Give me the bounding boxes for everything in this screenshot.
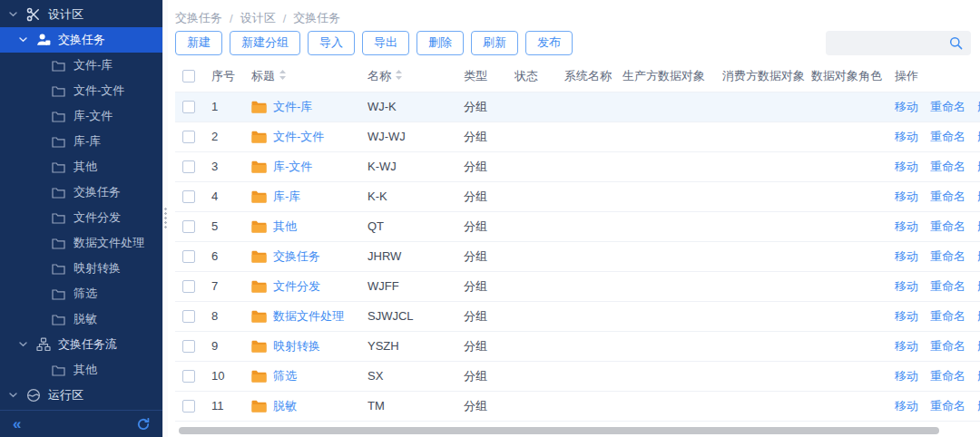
row-title-link[interactable]: 库-文件 <box>273 159 312 175</box>
row-title-link[interactable]: 数据文件处理 <box>273 308 344 325</box>
move-link[interactable]: 移动 <box>895 130 918 143</box>
rename-link[interactable]: 重命名 <box>930 369 965 383</box>
sidebar-splitter[interactable] <box>162 0 168 437</box>
rename-link[interactable]: 重命名 <box>930 279 965 293</box>
row-operations: 移动重命名删除 <box>895 271 980 301</box>
row-title-link[interactable]: 库-库 <box>273 189 300 205</box>
sidebar-item-筛选[interactable]: 筛选 <box>0 281 162 306</box>
sidebar-item-库-文件[interactable]: 库-文件 <box>0 103 162 129</box>
rename-link[interactable]: 重命名 <box>930 189 965 203</box>
row-system-name <box>564 181 622 211</box>
row-title-link[interactable]: 文件-文件 <box>273 129 324 145</box>
sidebar-item-文件-库[interactable]: 文件-库 <box>0 53 162 78</box>
breadcrumb-item[interactable]: 交换任务 <box>293 10 340 26</box>
refresh-icon[interactable] <box>137 418 150 431</box>
row-type: 分组 <box>464 241 514 271</box>
sidebar-item-其他[interactable]: 其他 <box>0 154 162 180</box>
row-title-link[interactable]: 筛选 <box>273 368 297 384</box>
breadcrumb-item[interactable]: 设计区 <box>240 10 276 26</box>
chevron-down-icon[interactable] <box>19 37 31 43</box>
row-checkbox[interactable] <box>182 400 195 413</box>
row-title-link[interactable]: 文件分发 <box>273 278 320 295</box>
breadcrumb-item[interactable]: 交换任务 <box>175 10 222 26</box>
row-title-link[interactable]: 脱敏 <box>273 398 297 414</box>
row-title-link[interactable]: 其他 <box>273 218 297 235</box>
row-title-link[interactable]: 交换任务 <box>273 248 320 265</box>
row-checkbox[interactable] <box>182 220 195 233</box>
new-button[interactable]: 新建 <box>175 31 222 55</box>
sidebar: 设计区交换任务文件-库文件-文件库-文件库-库其他交换任务文件分发数据文件处理映… <box>0 0 162 437</box>
export-button[interactable]: 导出 <box>362 31 409 55</box>
new-group-button[interactable]: 新建分组 <box>230 31 300 55</box>
row-checkbox[interactable] <box>182 160 195 173</box>
row-checkbox[interactable] <box>182 101 195 113</box>
import-button[interactable]: 导入 <box>308 31 355 55</box>
splitter-drag-handle-icon[interactable] <box>164 207 167 230</box>
chevron-down-icon[interactable] <box>19 342 31 347</box>
sidebar-item-交换任务[interactable]: 交换任务 <box>0 180 162 205</box>
move-link[interactable]: 移动 <box>895 100 918 113</box>
publish-button[interactable]: 发布 <box>525 31 573 55</box>
move-link[interactable]: 移动 <box>895 399 918 413</box>
refresh-list-button[interactable]: 刷新 <box>471 31 518 55</box>
search-icon[interactable] <box>949 36 963 50</box>
row-status <box>514 181 564 211</box>
row-checkbox[interactable] <box>182 250 195 263</box>
table-row: 4库-库K-K分组移动重命名删除 <box>175 181 980 211</box>
rename-link[interactable]: 重命名 <box>930 339 965 353</box>
rename-link[interactable]: 重命名 <box>930 219 965 233</box>
search-input[interactable] <box>834 36 949 50</box>
row-title-link[interactable]: 映射转换 <box>273 338 320 354</box>
rename-link[interactable]: 重命名 <box>930 399 965 413</box>
move-link[interactable]: 移动 <box>895 189 918 203</box>
move-link[interactable]: 移动 <box>895 279 918 293</box>
sidebar-item-文件-文件[interactable]: 文件-文件 <box>0 78 162 103</box>
row-checkbox[interactable] <box>182 310 195 323</box>
toolbar: 新建新建分组导入导出删除刷新发布 <box>175 30 980 55</box>
row-seq: 8 <box>211 301 251 331</box>
column-header-label: 状态 <box>514 69 538 83</box>
move-link[interactable]: 移动 <box>895 249 918 263</box>
rename-link[interactable]: 重命名 <box>930 309 965 323</box>
row-checkbox[interactable] <box>182 340 195 353</box>
sidebar-item-文件分发[interactable]: 文件分发 <box>0 205 162 230</box>
rename-link[interactable]: 重命名 <box>930 160 965 173</box>
sidebar-item-脱敏[interactable]: 脱敏 <box>0 306 162 332</box>
sort-icon[interactable] <box>279 69 287 83</box>
sidebar-item-数据文件处理[interactable]: 数据文件处理 <box>0 230 162 256</box>
chevron-down-icon[interactable] <box>9 393 21 398</box>
move-link[interactable]: 移动 <box>895 160 918 173</box>
row-checkbox[interactable] <box>182 190 195 203</box>
delete-button[interactable]: 删除 <box>416 31 464 55</box>
sidebar-item-交换任务[interactable]: 交换任务 <box>0 27 162 53</box>
row-operations: 移动重命名删除 <box>895 181 980 211</box>
rename-link[interactable]: 重命名 <box>930 130 965 143</box>
rename-link[interactable]: 重命名 <box>930 100 965 113</box>
sidebar-item-运行区[interactable]: 运行区 <box>0 383 162 408</box>
row-name: K-WJ <box>368 151 464 181</box>
move-link[interactable]: 移动 <box>895 309 918 323</box>
sidebar-item-设计区[interactable]: 设计区 <box>0 2 162 27</box>
sort-icon[interactable] <box>395 69 403 83</box>
rename-link[interactable]: 重命名 <box>930 249 965 263</box>
sidebar-item-交换任务流[interactable]: 交换任务流 <box>0 332 162 357</box>
collapse-sidebar-button[interactable]: « <box>13 416 21 432</box>
select-all-checkbox[interactable] <box>182 70 195 83</box>
sidebar-item-其他[interactable]: 其他 <box>0 357 162 383</box>
sidebar-item-库-库[interactable]: 库-库 <box>0 129 162 154</box>
row-producer-data-object <box>622 181 722 211</box>
row-checkbox[interactable] <box>182 370 195 383</box>
horizontal-scrollbar-thumb[interactable] <box>179 427 939 434</box>
move-link[interactable]: 移动 <box>895 369 918 383</box>
row-checkbox[interactable] <box>182 280 195 293</box>
row-title-link[interactable]: 文件-库 <box>273 99 312 115</box>
table-row: 3库-文件K-WJ分组移动重命名删除 <box>175 151 980 181</box>
row-checkbox[interactable] <box>182 131 195 143</box>
row-consumer-data-object <box>722 181 811 211</box>
move-link[interactable]: 移动 <box>895 339 918 353</box>
chevron-down-icon[interactable] <box>9 12 21 17</box>
sidebar-item-label: 其他 <box>74 362 97 378</box>
row-data-object-role <box>811 151 895 181</box>
sidebar-item-映射转换[interactable]: 映射转换 <box>0 256 162 281</box>
move-link[interactable]: 移动 <box>895 219 918 233</box>
